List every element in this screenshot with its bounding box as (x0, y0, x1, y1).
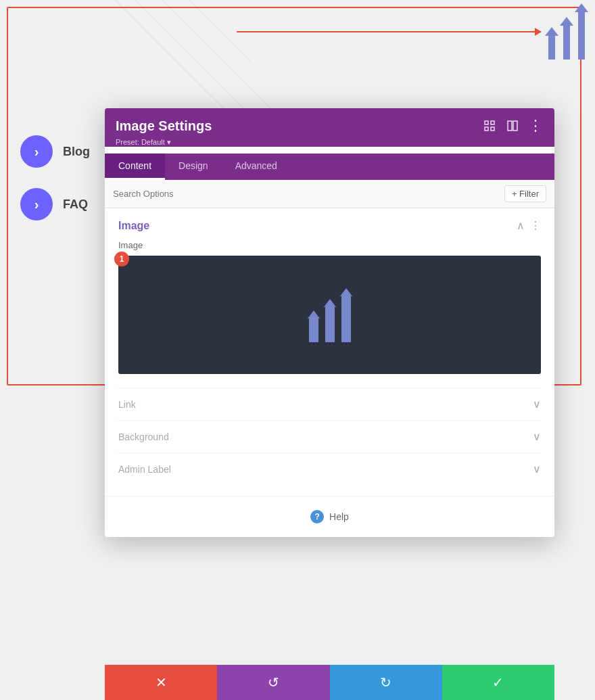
modal-header: Image Settings ⋮ (105, 108, 554, 147)
redo-button[interactable]: ↻ (330, 665, 442, 700)
chevron-down-icon-background: ∨ (533, 430, 541, 443)
svg-rect-5 (491, 121, 494, 124)
section-title-image: Image (118, 220, 149, 232)
modal-title: Image Settings (116, 118, 212, 134)
section-controls: ∧ ⋮ (517, 219, 541, 232)
collapsible-background[interactable]: Background ∨ (118, 420, 541, 452)
modal-body: Image ∧ ⋮ Image 1 (105, 208, 554, 496)
save-button[interactable]: ✓ (442, 665, 554, 700)
svg-rect-4 (485, 121, 488, 124)
sidebar-circle-blog: › (20, 135, 53, 168)
image-preview[interactable]: 1 (118, 256, 541, 374)
sidebar-label-faq: FAQ (63, 197, 88, 212)
tab-design[interactable]: Design (165, 154, 222, 180)
filter-button[interactable]: + Filter (504, 185, 546, 202)
cancel-button[interactable]: ✕ (105, 665, 217, 700)
image-field-label: Image (118, 240, 541, 250)
sidebar-item-blog[interactable]: › Blog (20, 135, 90, 168)
tab-advanced[interactable]: Advanced (222, 154, 291, 180)
modal-header-icons: ⋮ (481, 118, 544, 134)
chevron-down-icon-link: ∨ (533, 398, 541, 411)
chart-bar-2 (324, 299, 336, 342)
image-settings-modal: Image Settings ⋮ (105, 108, 554, 537)
background-label: Background (118, 431, 169, 442)
link-label: Link (118, 399, 136, 410)
sidebar: › Blog › FAQ (20, 135, 90, 220)
sidebar-item-faq[interactable]: › FAQ (20, 188, 90, 220)
modal-tabs: Content Design Advanced (105, 154, 554, 180)
preset-selector[interactable]: Preset: Default ▾ (116, 137, 544, 147)
sidebar-label-blog: Blog (63, 145, 90, 159)
svg-rect-7 (491, 127, 494, 131)
admin-label-label: Admin Label (118, 464, 171, 475)
search-bar: + Filter (105, 180, 554, 208)
section-more-icon[interactable]: ⋮ (530, 219, 541, 232)
collapse-icon[interactable]: ∧ (517, 219, 525, 232)
chart-bar-1 (308, 310, 320, 342)
chevron-down-icon-admin: ∨ (533, 463, 541, 475)
split-view-icon[interactable] (504, 118, 521, 134)
svg-rect-9 (513, 121, 517, 131)
undo-button[interactable]: ↺ (217, 665, 329, 700)
image-badge: 1 (114, 252, 129, 266)
chart-bar-3 (340, 288, 352, 342)
sidebar-circle-faq: › (20, 188, 53, 220)
section-header-image: Image ∧ ⋮ (118, 219, 541, 232)
collapsible-link[interactable]: Link ∨ (118, 388, 541, 420)
svg-rect-6 (485, 127, 488, 131)
search-input[interactable] (113, 189, 504, 199)
collapsible-admin-label[interactable]: Admin Label ∨ (118, 452, 541, 485)
tab-content[interactable]: Content (105, 154, 165, 180)
chart-bars (308, 288, 352, 342)
help-section: ? Help (105, 496, 554, 537)
bottom-bar: ✕ ↺ ↻ ✓ (105, 665, 554, 700)
more-options-icon[interactable]: ⋮ (527, 118, 544, 134)
help-icon: ? (310, 510, 324, 523)
help-text: Help (329, 511, 349, 522)
fullscreen-icon[interactable] (481, 118, 498, 134)
svg-rect-8 (508, 121, 512, 131)
